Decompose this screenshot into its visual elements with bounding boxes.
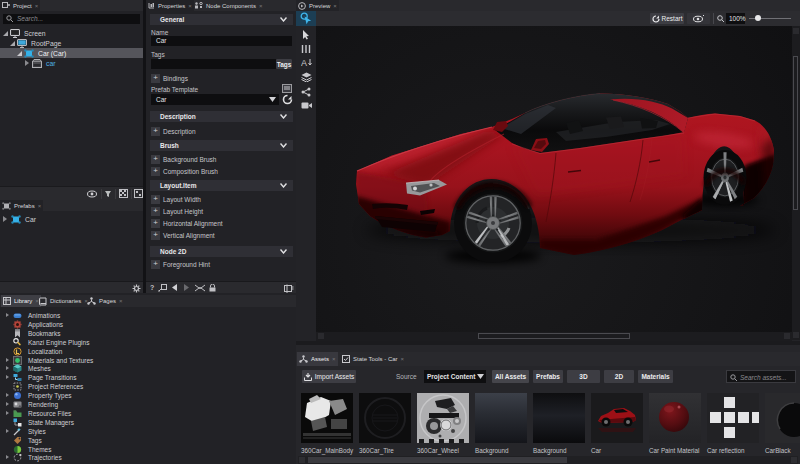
svg-text:A: A bbox=[301, 58, 307, 68]
